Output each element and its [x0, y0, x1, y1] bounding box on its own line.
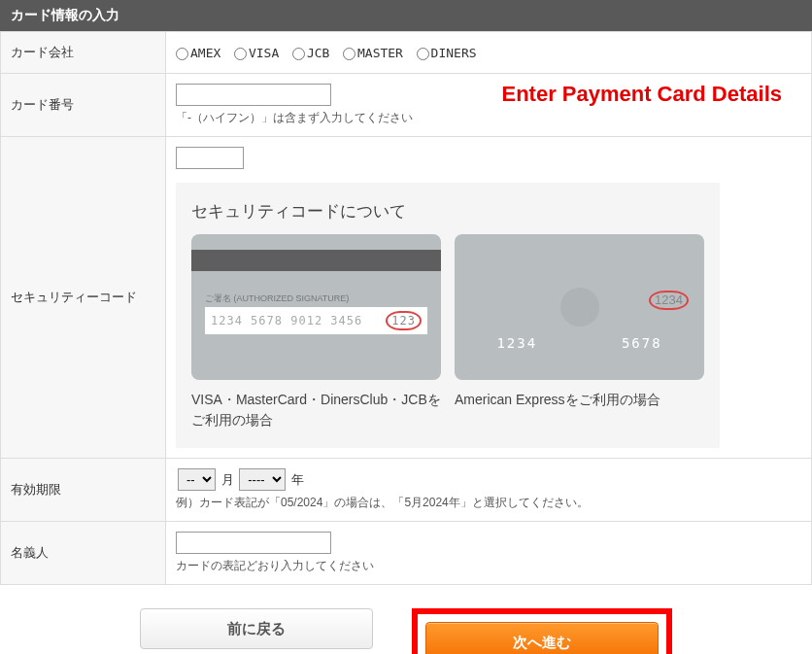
section-header: カード情報の入力 — [0, 0, 812, 31]
label-holder: 名義人 — [1, 522, 166, 585]
radio-jcb-input[interactable] — [292, 48, 305, 60]
amex-logo-shape — [560, 288, 599, 327]
radio-jcb[interactable]: JCB — [292, 46, 329, 60]
radio-diners[interactable]: DINERS — [417, 46, 477, 60]
amex-num-1: 1234 — [496, 335, 537, 351]
field-security-code: セキュリティコードについて ご署名 (AUTHORIZED SIGNATURE)… — [166, 137, 812, 459]
next-button[interactable]: 次へ進む — [425, 622, 659, 654]
cvv-highlight-back: 123 — [386, 311, 422, 330]
year-suffix: 年 — [291, 472, 304, 487]
signature-strip: 1234 5678 9012 3456 123 — [205, 307, 427, 334]
field-card-number: 「-（ハイフン）」は含まず入力してください Enter Payment Card… — [166, 74, 812, 137]
expiry-month-select[interactable]: -- — [178, 468, 216, 491]
field-holder: カードの表記どおり入力してください — [166, 522, 812, 585]
holder-hint: カードの表記どおり入力してください — [176, 558, 801, 574]
field-expiry: -- 月 ---- 年 例）カード表記が「05/2024」の場合は、「5月202… — [166, 459, 812, 522]
radio-master[interactable]: MASTER — [343, 46, 403, 60]
month-suffix: 月 — [221, 472, 234, 487]
label-security-code: セキュリティーコード — [1, 137, 166, 459]
expiry-hint: 例）カード表記が「05/2024」の場合は、「5月2024年」と選択してください… — [176, 495, 801, 511]
amex-num-2: 5678 — [622, 335, 662, 351]
field-card-company: AMEX VISA JCB MASTER DINERS — [166, 32, 812, 74]
back-button[interactable]: 前に戻る — [140, 608, 373, 649]
security-code-input[interactable] — [176, 147, 244, 169]
card-front-visual: 1234 1234 5678 — [455, 234, 704, 380]
label-expiry: 有効期限 — [1, 459, 166, 522]
card-back-digits: 1234 5678 9012 3456 — [211, 314, 362, 327]
radio-amex-input[interactable] — [176, 48, 188, 60]
card-company-radio-group: AMEX VISA JCB MASTER DINERS — [176, 46, 801, 60]
radio-amex[interactable]: AMEX — [176, 46, 220, 60]
card-back-caption: VISA・MasterCard・DinersClub・JCBをご利用の場合 — [191, 390, 441, 430]
annotation-overlay: Enter Payment Card Details — [501, 82, 782, 107]
radio-diners-input[interactable] — [417, 48, 429, 60]
card-number-input[interactable] — [176, 84, 331, 106]
card-holder-input[interactable] — [176, 532, 331, 554]
card-number-hint: 「-（ハイフン）」は含まず入力してください — [176, 110, 801, 126]
radio-master-input[interactable] — [343, 48, 355, 60]
radio-visa-input[interactable] — [234, 48, 247, 60]
radio-visa[interactable]: VISA — [234, 46, 279, 60]
label-card-number: カード番号 — [1, 74, 166, 137]
card-back-visual: ご署名 (AUTHORIZED SIGNATURE) 1234 5678 901… — [191, 234, 441, 380]
next-button-highlight: 次へ進む — [412, 608, 672, 654]
label-card-company: カード会社 — [1, 32, 166, 74]
card-front-caption: American Expressをご利用の場合 — [455, 390, 704, 410]
security-code-help-box: セキュリティコードについて ご署名 (AUTHORIZED SIGNATURE)… — [176, 183, 720, 448]
expiry-year-select[interactable]: ---- — [239, 468, 286, 491]
card-form-table: カード会社 AMEX VISA JCB MASTER DINERS カード番号 … — [0, 31, 812, 585]
button-row: 前に戻る 次へ進む — [0, 585, 812, 654]
security-box-title: セキュリティコードについて — [191, 200, 704, 223]
signature-label: ご署名 (AUTHORIZED SIGNATURE) — [205, 293, 427, 305]
magnetic-stripe — [191, 250, 441, 271]
cvv-highlight-front: 1234 — [649, 291, 689, 310]
